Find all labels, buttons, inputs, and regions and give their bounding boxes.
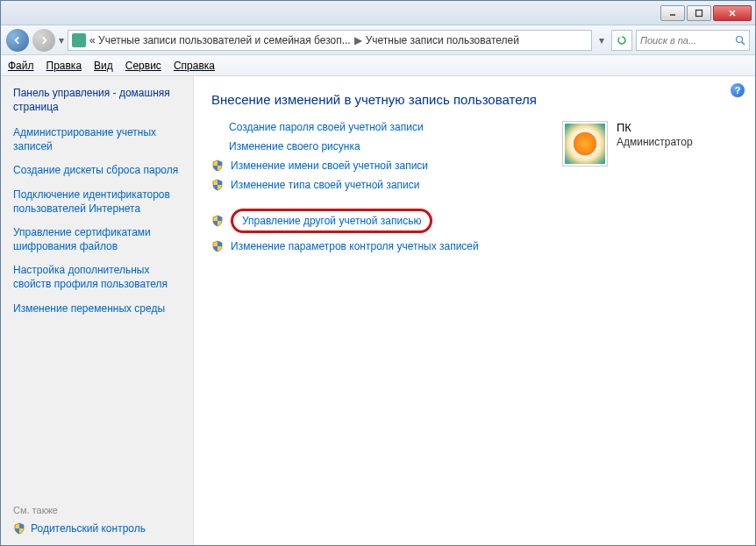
shield-icon bbox=[211, 179, 224, 191]
sidebar-parental-control[interactable]: Родительский контроль bbox=[13, 522, 181, 535]
breadcrumb-dropdown[interactable]: ▾ bbox=[596, 34, 608, 46]
back-button[interactable] bbox=[6, 29, 29, 52]
svg-rect-1 bbox=[696, 10, 703, 16]
search-icon bbox=[735, 35, 745, 46]
sidebar: Панель управления - домашняя страница Ад… bbox=[1, 76, 194, 545]
navbar: ▾ « Учетные записи пользователей и семей… bbox=[1, 25, 755, 55]
svg-line-5 bbox=[742, 42, 745, 45]
link-manage-other-account[interactable]: Управление другой учетной записью bbox=[242, 215, 421, 227]
link-create-password[interactable]: Создание пароля своей учетной записи bbox=[229, 121, 424, 133]
titlebar bbox=[1, 1, 755, 25]
sidebar-item-certificates[interactable]: Управление сертификатами шифрования файл… bbox=[13, 226, 181, 253]
close-button[interactable] bbox=[713, 5, 752, 21]
control-panel-icon bbox=[72, 33, 86, 47]
breadcrumb-seg2[interactable]: Учетные записи пользователей bbox=[366, 34, 519, 46]
breadcrumb-seg1[interactable]: « Учетные записи пользователей и семейна… bbox=[89, 34, 351, 46]
user-account-box: ПК Администратор bbox=[562, 121, 738, 259]
menu-file[interactable]: Файл bbox=[8, 60, 34, 72]
window: ▾ « Учетные записи пользователей и семей… bbox=[0, 0, 756, 546]
link-change-name[interactable]: Изменение имени своей учетной записи bbox=[231, 160, 428, 172]
user-role: Администратор bbox=[617, 136, 693, 148]
minimize-button[interactable] bbox=[660, 5, 685, 21]
sidebar-home-link[interactable]: Панель управления - домашняя страница bbox=[13, 87, 181, 114]
page-title: Внесение изменений в учетную запись поль… bbox=[211, 92, 738, 107]
sidebar-item-profile-props[interactable]: Настройка дополнительных свойств профиля… bbox=[13, 264, 181, 291]
menu-edit[interactable]: Правка bbox=[46, 60, 82, 72]
sidebar-item-admin-accounts[interactable]: Администрирование учетных записей bbox=[13, 126, 181, 153]
nav-chevron-icon[interactable]: ▾ bbox=[59, 34, 64, 46]
breadcrumb[interactable]: « Учетные записи пользователей и семейна… bbox=[68, 30, 592, 51]
svg-point-4 bbox=[737, 36, 743, 42]
refresh-button[interactable] bbox=[611, 30, 632, 51]
sidebar-item-env-vars[interactable]: Изменение переменных среды bbox=[13, 302, 181, 316]
menu-tools[interactable]: Сервис bbox=[125, 60, 161, 72]
forward-button[interactable] bbox=[32, 29, 55, 52]
avatar[interactable] bbox=[562, 121, 608, 167]
help-icon[interactable]: ? bbox=[731, 83, 745, 97]
link-change-type[interactable]: Изменение типа своей учетной записи bbox=[231, 179, 419, 191]
sidebar-item-link-online-ids[interactable]: Подключение идентификаторов пользователе… bbox=[13, 188, 181, 216]
link-uac-settings[interactable]: Изменение параметров контроля учетных за… bbox=[231, 240, 479, 252]
search-box[interactable] bbox=[636, 30, 750, 51]
action-links: Создание пароля своей учетной записи Изм… bbox=[211, 121, 536, 259]
shield-icon bbox=[211, 240, 224, 252]
menu-view[interactable]: Вид bbox=[94, 60, 113, 72]
shield-icon bbox=[13, 522, 25, 535]
main-panel: ? Внесение изменений в учетную запись по… bbox=[194, 76, 755, 545]
user-name: ПК bbox=[617, 121, 693, 134]
shield-icon bbox=[211, 215, 224, 227]
link-change-picture[interactable]: Изменение своего рисунка bbox=[229, 140, 360, 152]
menubar: Файл Правка Вид Сервис Справка bbox=[1, 55, 755, 76]
sidebar-item-reset-disk[interactable]: Создание дискеты сброса пароля bbox=[13, 164, 181, 178]
highlight-callout: Управление другой учетной записью bbox=[231, 209, 432, 233]
maximize-button[interactable] bbox=[687, 5, 711, 21]
sidebar-parental-label: Родительский контроль bbox=[31, 522, 146, 535]
shield-icon bbox=[211, 160, 224, 172]
see-also-label: См. также bbox=[13, 505, 181, 515]
search-input[interactable] bbox=[640, 35, 735, 46]
chevron-right-icon: ▶ bbox=[354, 34, 362, 46]
avatar-image bbox=[565, 124, 605, 164]
content: Панель управления - домашняя страница Ад… bbox=[1, 76, 755, 545]
menu-help[interactable]: Справка bbox=[174, 60, 215, 72]
